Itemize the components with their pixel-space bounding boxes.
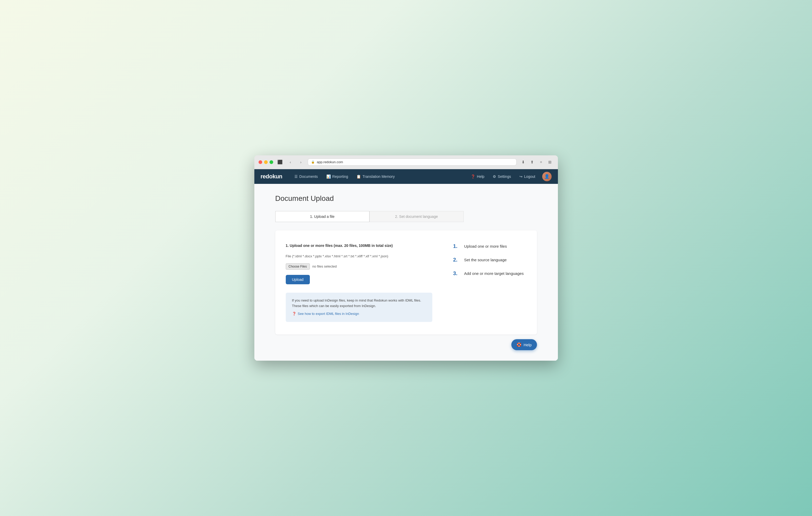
guide-step-2-text: Set the source language (464, 256, 507, 263)
info-box: If you need to upload InDesign files, ke… (286, 293, 432, 322)
minimize-button[interactable] (264, 160, 268, 164)
url-text: app.redokun.com (317, 160, 343, 164)
nav-label-translation-memory: Translation Memory (362, 175, 395, 179)
sidebar-toggle-icon[interactable]: ⬛ (276, 158, 284, 166)
avatar[interactable]: 👤 (542, 172, 552, 181)
nav-label-logout: Logout (524, 175, 535, 179)
choose-files-button[interactable]: Choose Files (286, 263, 310, 270)
upload-card: 1. Upload one or more files (max. 20 fil… (275, 231, 537, 334)
upload-description: 1. Upload one or more files (max. 20 fil… (286, 243, 432, 248)
navbar: redokun ☰ Documents 📊 Reporting 📋 Transl… (254, 169, 558, 184)
step-2[interactable]: 2. Set document language (370, 211, 464, 222)
navbar-right: ❓ Help ⚙ Settings ↪ Logout 👤 (467, 172, 551, 181)
logout-icon: ↪ (519, 175, 523, 179)
nav-item-help[interactable]: ❓ Help (467, 173, 488, 180)
help-icon: ❓ (471, 175, 475, 179)
documents-icon: ☰ (294, 175, 298, 179)
guide-step-1-text: Upload one or more files (464, 243, 507, 249)
guide-step-1-number: 1. (453, 243, 461, 249)
browser-window: ⬛ ‹ › 🔒 app.redokun.com ⬇ ⬆ ＋ ⊞ redokun … (254, 155, 558, 361)
guide-step-1: 1. Upload one or more files (453, 243, 526, 249)
reporting-icon: 📊 (326, 175, 331, 179)
upload-button[interactable]: Upload (286, 275, 310, 284)
file-types-label: File (*.idml *.docx *.pptx *.xlsx *.html… (286, 254, 432, 259)
traffic-lights (259, 160, 273, 164)
guide-step-2-number: 2. (453, 256, 461, 263)
upload-right: 1. Upload one or more files 2. Set the s… (453, 243, 526, 322)
grid-icon[interactable]: ⊞ (546, 158, 554, 166)
no-files-text: no files selected (313, 265, 337, 268)
download-icon[interactable]: ⬇ (520, 158, 527, 166)
file-input-row: Choose Files no files selected (286, 263, 432, 270)
upload-left: 1. Upload one or more files (max. 20 fil… (286, 243, 432, 322)
back-navigation-icon[interactable]: ‹ (287, 158, 294, 166)
nav-label-reporting: Reporting (332, 175, 348, 179)
nav-label-settings: Settings (498, 175, 511, 179)
avatar-image: 👤 (542, 172, 552, 181)
info-box-text: If you need to upload InDesign files, ke… (292, 298, 426, 309)
nav-label-documents: Documents (299, 175, 318, 179)
settings-icon: ⚙ (493, 175, 496, 179)
guide-step-3: 3. Add one or more target languages (453, 270, 526, 276)
app-container: redokun ☰ Documents 📊 Reporting 📋 Transl… (254, 169, 558, 361)
step-1-label: 1. Upload a file (310, 214, 335, 219)
guide-step-3-text: Add one or more target languages (464, 270, 524, 276)
forward-navigation-icon[interactable]: › (297, 158, 304, 166)
guide-step-3-number: 3. (453, 270, 461, 276)
brand-logo: redokun (261, 173, 282, 180)
translation-memory-icon: 📋 (356, 175, 361, 179)
new-tab-icon[interactable]: ＋ (538, 158, 545, 166)
nav-item-translation-memory[interactable]: 📋 Translation Memory (353, 173, 398, 180)
navbar-nav: ☰ Documents 📊 Reporting 📋 Translation Me… (291, 173, 467, 180)
url-bar[interactable]: 🔒 app.redokun.com (308, 158, 517, 165)
step-1[interactable]: 1. Upload a file (275, 211, 370, 222)
lock-icon: 🔒 (311, 160, 315, 164)
step-2-label: 2. Set document language (395, 214, 438, 219)
help-fab-button[interactable]: 🛟 Help (511, 339, 537, 350)
info-link-text: See how to export IDML files in InDesign (298, 311, 359, 317)
nav-item-logout[interactable]: ↪ Logout (516, 173, 539, 180)
steps-bar: 1. Upload a file 2. Set document languag… (275, 211, 464, 222)
maximize-button[interactable] (269, 160, 273, 164)
nav-label-help: Help (477, 175, 484, 179)
help-fab-icon: 🛟 (517, 342, 522, 347)
info-box-link[interactable]: ❓ See how to export IDML files in InDesi… (292, 311, 426, 317)
nav-item-settings[interactable]: ⚙ Settings (489, 173, 515, 180)
browser-chrome: ⬛ ‹ › 🔒 app.redokun.com ⬇ ⬆ ＋ ⊞ (254, 155, 558, 169)
browser-actions: ⬇ ⬆ ＋ ⊞ (520, 158, 554, 166)
help-fab-label: Help (524, 343, 532, 347)
main-content: Document Upload 1. Upload a file 2. Set … (254, 184, 558, 361)
nav-item-reporting[interactable]: 📊 Reporting (323, 173, 352, 180)
guide-step-2: 2. Set the source language (453, 256, 526, 263)
share-icon[interactable]: ⬆ (529, 158, 536, 166)
info-link-icon: ❓ (292, 311, 296, 317)
page-title: Document Upload (275, 194, 537, 203)
nav-item-documents[interactable]: ☰ Documents (291, 173, 322, 180)
close-button[interactable] (259, 160, 262, 164)
steps-guide-list: 1. Upload one or more files 2. Set the s… (453, 243, 526, 276)
